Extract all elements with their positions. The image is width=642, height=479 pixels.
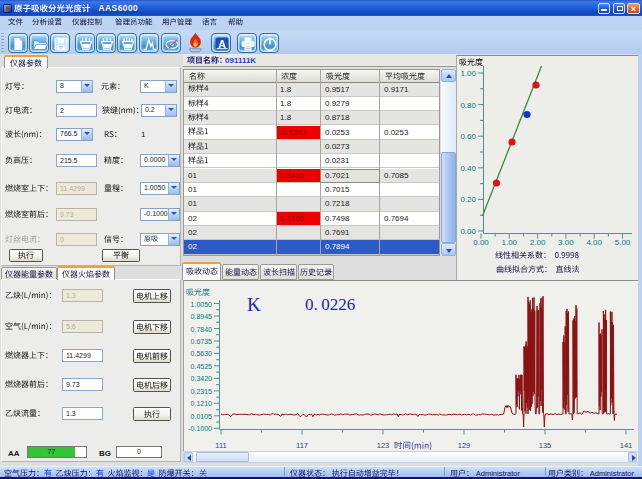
svg-text:0.6735: 0.6735 bbox=[191, 338, 213, 345]
svg-text:0.40: 0.40 bbox=[460, 164, 476, 173]
svg-text:-0.1000: -0.1000 bbox=[188, 425, 212, 432]
svg-text:0. 0226: 0. 0226 bbox=[305, 295, 355, 314]
svg-text:117: 117 bbox=[296, 441, 308, 450]
svg-text:129: 129 bbox=[458, 441, 471, 450]
svg-text:0.4525: 0.4525 bbox=[191, 363, 213, 370]
svg-text:111: 111 bbox=[215, 441, 226, 450]
svg-text:0.60: 0.60 bbox=[460, 132, 476, 141]
svg-text:0.8945: 0.8945 bbox=[191, 313, 213, 320]
svg-text:0.20: 0.20 bbox=[460, 195, 476, 204]
svg-text:123: 123 bbox=[377, 441, 390, 450]
svg-text:1.0050: 1.0050 bbox=[191, 301, 213, 308]
svg-text:1.00: 1.00 bbox=[502, 238, 518, 247]
svg-text:0.2315: 0.2315 bbox=[191, 388, 213, 395]
svg-text:135: 135 bbox=[539, 441, 552, 450]
svg-text:141: 141 bbox=[620, 441, 633, 450]
svg-text:0.0105: 0.0105 bbox=[191, 413, 213, 420]
svg-text:0.5630: 0.5630 bbox=[191, 350, 213, 357]
svg-text:3.00: 3.00 bbox=[558, 238, 574, 247]
svg-text:2.00: 2.00 bbox=[530, 238, 546, 247]
svg-text:1.00: 1.00 bbox=[460, 69, 476, 78]
svg-text:0.3420: 0.3420 bbox=[191, 375, 213, 382]
svg-text:0.80: 0.80 bbox=[460, 101, 476, 110]
svg-text:4.00: 4.00 bbox=[586, 238, 602, 247]
svg-text:K: K bbox=[247, 294, 261, 315]
svg-text:0.00: 0.00 bbox=[473, 238, 489, 247]
svg-text:0.1210: 0.1210 bbox=[191, 400, 213, 407]
svg-text:A: A bbox=[218, 37, 226, 49]
svg-text:0.7840: 0.7840 bbox=[191, 326, 213, 333]
svg-text:0.00: 0.00 bbox=[460, 227, 476, 236]
svg-text:5.00: 5.00 bbox=[615, 238, 631, 247]
